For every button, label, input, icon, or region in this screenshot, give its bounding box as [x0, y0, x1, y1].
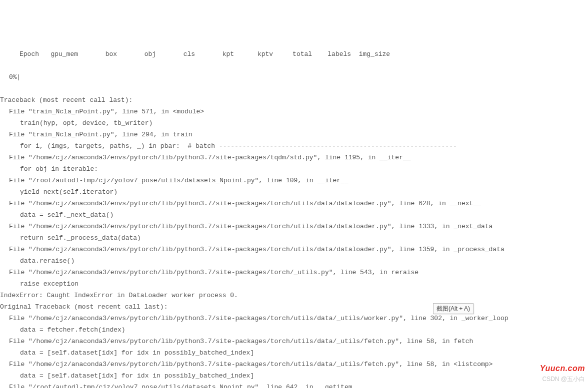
- traceback-line: data = [self.dataset[idx] for idx in pos…: [0, 370, 588, 382]
- traceback-line: return self._process_data(data): [0, 232, 588, 244]
- traceback-line: data = fetcher.fetch(index): [0, 324, 588, 336]
- traceback-line: File "/home/cjz/anaconda3/envs/pytorch/l…: [0, 359, 588, 370]
- traceback-line: File "/home/cjz/anaconda3/envs/pytorch/l…: [0, 152, 588, 163]
- watermark-csdn: CSDN @五小白: [542, 374, 585, 385]
- progress-bar: 0%|: [0, 71, 588, 83]
- traceback-line: IndexError: Caught IndexError in DataLoa…: [0, 290, 588, 301]
- traceback-line: File "/root/autodl-tmp/cjz/yolov7_pose/u…: [0, 175, 588, 186]
- traceback-output: Traceback (most recent call last):File "…: [0, 94, 588, 388]
- traceback-line: File "/home/cjz/anaconda3/envs/pytorch/l…: [0, 267, 588, 278]
- traceback-line: yield next(self.iterator): [0, 186, 588, 198]
- traceback-line: for i, (imgs, targets, paths, _) in pbar…: [0, 140, 588, 152]
- watermark-yuucn: Yuucn.com: [540, 363, 585, 374]
- traceback-line: train(hyp, opt, device, tb_writer): [0, 117, 588, 129]
- traceback-line: Traceback (most recent call last):: [0, 94, 588, 106]
- traceback-line: File "/home/cjz/anaconda3/envs/pytorch/l…: [0, 336, 588, 347]
- traceback-line: File "train_Ncla_nPoint.py", line 294, i…: [0, 129, 588, 140]
- column-headers: Epoch gpu_mem box obj cls kpt kptv total…: [0, 48, 588, 60]
- traceback-line: raise exception: [0, 278, 588, 290]
- traceback-line: File "/home/cjz/anaconda3/envs/pytorch/l…: [0, 221, 588, 232]
- traceback-line: File "/home/cjz/anaconda3/envs/pytorch/l…: [0, 313, 588, 324]
- traceback-line: File "/home/cjz/anaconda3/envs/pytorch/l…: [0, 198, 588, 209]
- screenshot-tooltip: 截图(Alt + A): [433, 303, 474, 314]
- traceback-line: File "/home/cjz/anaconda3/envs/pytorch/l…: [0, 244, 588, 255]
- traceback-line: data = self._next_data(): [0, 209, 588, 221]
- traceback-line: Original Traceback (most recent call las…: [0, 301, 588, 313]
- traceback-line: data.reraise(): [0, 255, 588, 267]
- traceback-line: File "/root/autodl-tmp/cjz/yolov7_pose/u…: [0, 382, 588, 388]
- traceback-line: File "train_Ncla_nPoint.py", line 571, i…: [0, 106, 588, 117]
- traceback-line: for obj in iterable:: [0, 163, 588, 175]
- traceback-line: data = [self.dataset[idx] for idx in pos…: [0, 347, 588, 359]
